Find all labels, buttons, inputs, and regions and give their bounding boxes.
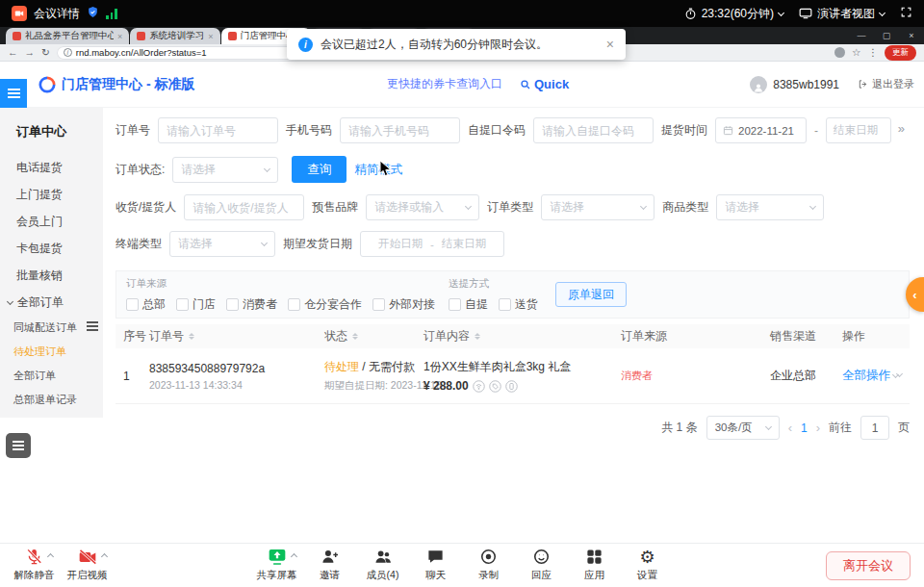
- sidebar-item-door-pickup[interactable]: 上门提货: [0, 181, 103, 208]
- page-size-select[interactable]: 30条/页: [706, 416, 780, 440]
- banner-close-icon[interactable]: ×: [606, 37, 614, 52]
- apps-button[interactable]: 应用: [568, 547, 621, 582]
- status-badge: 待处理: [324, 360, 359, 373]
- checkbox-source-store[interactable]: 门店: [176, 296, 216, 313]
- table-header: 序号 订单号 状态 订单内容 订单来源 销售渠道 操作: [116, 324, 910, 348]
- invite-button[interactable]: 邀请: [303, 547, 356, 582]
- sidebar-section-order-center[interactable]: 订单中心: [0, 115, 103, 154]
- pickup-date-start[interactable]: 2022-11-21: [715, 117, 807, 143]
- logout-button[interactable]: 退出登录: [858, 62, 914, 107]
- order-type-select[interactable]: 请选择: [541, 194, 654, 220]
- expect-date-range[interactable]: 开始日期 - 结束日期: [360, 231, 504, 257]
- back-icon[interactable]: ←: [8, 47, 18, 58]
- col-channel: 销售渠道: [770, 328, 842, 345]
- sidebar-item-batch-verify[interactable]: 批量核销: [0, 262, 103, 289]
- row-actions-dropdown[interactable]: 全部操作: [842, 368, 890, 384]
- chevron-up-icon[interactable]: [100, 553, 107, 560]
- col-status[interactable]: 状态: [324, 328, 424, 345]
- sidebar-item-member-visit[interactable]: 会员上门: [0, 208, 103, 235]
- checkbox-self-pickup[interactable]: 自提: [449, 296, 488, 313]
- browser-menu-icon[interactable]: ⋮: [868, 47, 879, 58]
- security-shield-icon[interactable]: [87, 6, 99, 21]
- fullscreen-icon[interactable]: [900, 6, 912, 21]
- unmute-button[interactable]: 解除静音: [8, 547, 61, 582]
- settings-button[interactable]: ⚙ 设置: [621, 547, 674, 582]
- sidebar-item-card-pickup[interactable]: 卡包提货: [0, 235, 103, 262]
- sort-icon[interactable]: [189, 333, 194, 340]
- sort-icon[interactable]: [352, 333, 358, 340]
- pickup-date-end[interactable]: 结束日期: [826, 117, 891, 143]
- forward-icon[interactable]: →: [25, 47, 36, 58]
- sidebar-item-phone-pickup[interactable]: 电话提货: [0, 154, 103, 181]
- col-content[interactable]: 订单内容: [424, 328, 621, 345]
- sort-icon[interactable]: [475, 333, 480, 340]
- chevron-up-icon[interactable]: [290, 553, 296, 560]
- meeting-details-button[interactable]: 会议详情: [34, 6, 80, 22]
- table-row[interactable]: 1 83859345088979792a 2023-11-13 14:33:34…: [116, 348, 910, 404]
- user-account[interactable]: 8385wb1991: [750, 62, 839, 107]
- browser-tab[interactable]: 礼品盒券平台管理中心 ×: [6, 28, 129, 44]
- maximize-icon[interactable]: ▢: [874, 27, 899, 44]
- leave-meeting-button[interactable]: 离开会议: [826, 551, 911, 580]
- sidebar-toggle-icon[interactable]: [85, 319, 100, 333]
- page-number[interactable]: 1: [801, 421, 808, 435]
- info-icon: i: [298, 38, 313, 52]
- checkbox-delivery[interactable]: 送货: [499, 296, 538, 313]
- meeting-app-icon: [12, 6, 27, 21]
- meeting-timer[interactable]: 23:32(60分钟): [684, 6, 783, 22]
- prev-page-icon[interactable]: ‹: [788, 421, 792, 435]
- tab-favicon: [228, 32, 237, 40]
- filter-collapse-icon[interactable]: »: [898, 121, 905, 136]
- order-status-select[interactable]: 请选择: [172, 157, 278, 183]
- next-page-icon[interactable]: ›: [816, 421, 820, 435]
- col-order-no[interactable]: 订单号: [149, 328, 324, 345]
- meeting-banner: i 会议已超过2人，自动转为60分钟限时会议。 ×: [287, 29, 626, 60]
- checkbox-source-hq[interactable]: 总部: [126, 296, 166, 313]
- minimize-icon[interactable]: —: [849, 27, 874, 44]
- sidebar-item-hq-refund-records[interactable]: 总部退单记录: [0, 388, 103, 412]
- goto-page-input[interactable]: [860, 416, 889, 440]
- brand-label: 预售品牌: [312, 199, 358, 216]
- chevron-down-icon: [261, 240, 268, 246]
- view-mode-selector[interactable]: 演讲者视图: [799, 6, 885, 22]
- terminal-type-select[interactable]: 请选择: [169, 231, 275, 257]
- members-button[interactable]: 成员(4): [356, 547, 409, 582]
- record-button[interactable]: 录制: [462, 547, 515, 582]
- browser-tab[interactable]: 系统培训学习 ×: [130, 28, 219, 44]
- search-button[interactable]: 查询: [292, 156, 346, 183]
- checkbox-source-external[interactable]: 外部对接: [372, 296, 435, 313]
- quick-search-link[interactable]: Quick: [520, 77, 569, 91]
- apps-grid-icon: [585, 548, 603, 566]
- profile-avatar[interactable]: [834, 47, 845, 58]
- sidebar-item-all-orders-group[interactable]: 全部订单: [0, 289, 103, 316]
- phone-input[interactable]: [340, 117, 460, 143]
- chat-button[interactable]: 聊天: [409, 547, 462, 582]
- meeting-topbar: 会议详情 23:32(60分钟) 演讲者视图: [0, 0, 924, 27]
- goods-type-select[interactable]: 请选择: [716, 194, 824, 220]
- meeting-list-toggle[interactable]: [6, 433, 31, 458]
- update-button[interactable]: 更新: [885, 45, 916, 61]
- checkbox-source-consumer[interactable]: 消费者: [226, 296, 277, 313]
- reload-icon[interactable]: ↻: [41, 47, 50, 58]
- bookmark-icon[interactable]: ☆: [852, 47, 860, 58]
- original-refund-button[interactable]: 原单退回: [555, 282, 627, 307]
- sidebar-item-pending-orders[interactable]: 待处理订单: [0, 340, 103, 364]
- reaction-button[interactable]: 回应: [515, 547, 568, 582]
- pickup-code-input[interactable]: [533, 117, 654, 143]
- start-video-button[interactable]: 开启视频: [61, 547, 114, 582]
- site-info-icon[interactable]: i: [64, 48, 72, 57]
- filter-row-4: 终端类型 请选择 期望发货日期 开始日期 - 结束日期: [116, 231, 504, 257]
- order-no-input[interactable]: [158, 117, 278, 143]
- receiver-input[interactable]: [184, 194, 304, 220]
- close-window-icon[interactable]: ×: [899, 27, 924, 44]
- brand-select[interactable]: 请选择或输入: [366, 194, 479, 220]
- chevron-up-icon[interactable]: [47, 553, 54, 560]
- order-price: ¥ 288.00: [424, 379, 469, 393]
- coupon-entry-link[interactable]: 更快捷的券卡查询入口: [387, 76, 502, 92]
- tab-close-icon[interactable]: ×: [117, 32, 122, 41]
- sidebar-item-all-orders[interactable]: 全部订单: [0, 364, 103, 388]
- tab-close-icon[interactable]: ×: [208, 32, 213, 41]
- sidebar-collapse-button[interactable]: [0, 79, 27, 108]
- share-screen-button[interactable]: 共享屏幕: [250, 547, 303, 582]
- chevron-down-icon: [765, 423, 772, 430]
